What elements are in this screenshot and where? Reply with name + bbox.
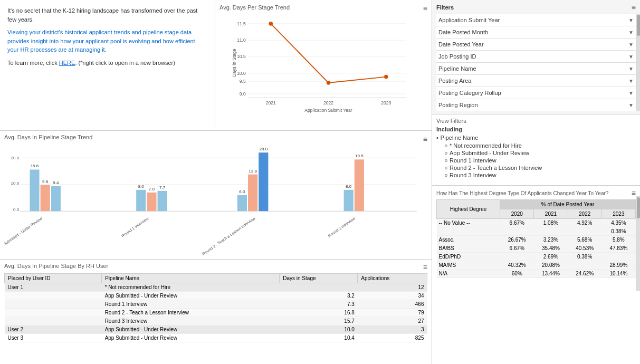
filters-scroll-area[interactable]: Application Submit Year ▼ Date Posted Mo… bbox=[436, 14, 636, 111]
filter-item-date-posted-year[interactable]: Date Posted Year ▼ bbox=[436, 38, 636, 50]
svg-text:10.5: 10.5 bbox=[237, 54, 246, 59]
intro-text-1: It's no secret that the K-12 hiring land… bbox=[7, 6, 207, 24]
degree-row: -- No Value -- 6.67% 1.08% 4.92% 4.35% bbox=[437, 219, 636, 227]
table-row: User 2 App Submitted - Under Review 10.0… bbox=[5, 325, 427, 334]
degree-type-section: How Has The Highest Degree Type Of Appli… bbox=[432, 186, 640, 364]
cell-apps: 825 bbox=[358, 334, 427, 342]
filter-item-date-posted-month[interactable]: Date Posted Month ▼ bbox=[436, 26, 636, 38]
svg-point-15 bbox=[327, 81, 331, 85]
degree-label: -- No Value -- bbox=[437, 219, 500, 227]
degree-label: EdD/PhD bbox=[437, 253, 500, 261]
svg-point-14 bbox=[269, 22, 273, 26]
cell-days: 10.0 bbox=[280, 325, 358, 334]
filters-menu-icon[interactable]: ≡ bbox=[632, 3, 636, 12]
avg-days-trend-chart: Avg. Days Per Stage Trend ≡ 11.5 11.0 10… bbox=[215, 0, 432, 130]
svg-text:App Submitted - Under Review: App Submitted - Under Review bbox=[4, 216, 43, 251]
degree-table-scroll[interactable]: Highest Degree % of Date Posted Year 202… bbox=[436, 199, 636, 278]
degree-scrollbar-thumb[interactable] bbox=[637, 197, 640, 218]
here-link[interactable]: HERE bbox=[59, 60, 75, 66]
degree-scrollbar[interactable] bbox=[636, 196, 640, 291]
svg-text:0.0: 0.0 bbox=[13, 207, 20, 212]
pct-2020: 6.67% bbox=[500, 244, 534, 253]
pct-2020: 6.67% bbox=[500, 219, 534, 227]
filter-arrow-icon: ▼ bbox=[628, 66, 634, 72]
pct-2021: 2.69% bbox=[534, 253, 568, 261]
degree-type-title: How Has The Highest Degree Type Of Appli… bbox=[436, 190, 608, 196]
cell-user: User 1 bbox=[5, 283, 102, 292]
cell-pipeline: * Not recommended for Hire bbox=[102, 283, 280, 292]
intro-text-2: Viewing your district's historical appli… bbox=[7, 28, 207, 54]
col-user-id: Placed by User ID bbox=[5, 274, 102, 283]
cell-apps: 34 bbox=[358, 292, 427, 300]
svg-text:Round 1 Interview: Round 1 Interview bbox=[121, 216, 150, 238]
svg-text:2023: 2023 bbox=[381, 100, 391, 106]
left-panel: It's no secret that the K-12 hiring land… bbox=[0, 0, 432, 364]
cell-days: 7.3 bbox=[280, 300, 358, 309]
pct-2022: 40.53% bbox=[568, 244, 601, 253]
avg-days-trend-menu-icon[interactable]: ≡ bbox=[423, 4, 427, 13]
view-filters-title: View Filters bbox=[436, 118, 636, 124]
cell-pipeline: Round 3 Interview bbox=[102, 317, 280, 325]
avg-days-by-user-section: Avg. Days In Pipeline Stage By RH User ≡… bbox=[0, 260, 432, 364]
bar bbox=[248, 175, 257, 212]
cell-user bbox=[5, 300, 102, 309]
cell-days: 15.7 bbox=[280, 317, 358, 325]
cell-pipeline: App Submitted - Under Review bbox=[102, 334, 280, 342]
degree-table-menu-icon[interactable]: ≡ bbox=[632, 189, 636, 197]
bar bbox=[51, 186, 61, 211]
pct-2023: 4.35% bbox=[601, 219, 635, 227]
year-2021-header: 2021 bbox=[534, 209, 568, 219]
pct-2023 bbox=[601, 253, 635, 261]
year-2020-header: 2020 bbox=[500, 209, 534, 219]
svg-text:9.5: 9.5 bbox=[240, 79, 246, 84]
svg-text:Application Submit Year: Application Submit Year bbox=[304, 108, 352, 113]
scrollbar[interactable] bbox=[636, 14, 640, 111]
svg-text:15.6: 15.6 bbox=[31, 164, 39, 168]
filter-label: Posting Region bbox=[438, 102, 478, 108]
year-2023-header: 2023 bbox=[601, 209, 635, 219]
filter-sub-item: Round 1 Interview bbox=[436, 157, 636, 164]
pct-2020: 60% bbox=[500, 270, 534, 278]
main-layout: It's no secret that the K-12 hiring land… bbox=[0, 0, 640, 364]
pct-2023: 47.83% bbox=[601, 244, 635, 253]
avg-days-by-user-menu-icon[interactable]: ≡ bbox=[423, 263, 427, 271]
table-row: User 3 App Submitted - Under Review 10.4… bbox=[5, 334, 427, 342]
bar bbox=[259, 152, 268, 211]
pct-2021: 3.23% bbox=[534, 236, 568, 244]
cell-days bbox=[280, 283, 358, 292]
avg-days-by-user-title: Avg. Days In Pipeline Stage By RH User bbox=[4, 263, 108, 269]
col-pipeline-name: Pipeline Name bbox=[102, 274, 280, 283]
filter-arrow-icon: ▼ bbox=[628, 90, 634, 96]
filter-label: Application Submit Year bbox=[438, 17, 500, 23]
filter-item-posting-region[interactable]: Posting Region ▼ bbox=[436, 99, 636, 111]
svg-text:9.0: 9.0 bbox=[240, 91, 246, 97]
scrollbar-thumb[interactable] bbox=[637, 15, 640, 36]
view-filters-section: View Filters Including Pipeline Name * N… bbox=[432, 114, 640, 186]
filters-title: Filters bbox=[436, 4, 454, 11]
filter-item-posting-category-rollup[interactable]: Posting Category Rollup ▼ bbox=[436, 87, 636, 99]
svg-text:6.0: 6.0 bbox=[239, 189, 245, 194]
cell-apps: 27 bbox=[358, 317, 427, 325]
cell-user bbox=[5, 317, 102, 325]
filter-item-posting-area[interactable]: Posting Area ▼ bbox=[436, 74, 636, 87]
filter-item-pipeline-name[interactable]: Pipeline Name ▼ bbox=[436, 62, 636, 74]
pipeline-stage-trend-section: Avg. Days In Pipeline Stage Trend ≡ Days… bbox=[0, 131, 432, 260]
svg-text:Round 3 Interview: Round 3 Interview bbox=[327, 216, 356, 238]
filter-item-app-submit-year[interactable]: Application Submit Year ▼ bbox=[436, 14, 636, 26]
cell-pipeline: App Submitted - Under Review bbox=[102, 325, 280, 334]
pct-2023: 5.8% bbox=[601, 236, 635, 244]
pct-2022: 0.38% bbox=[568, 253, 601, 261]
pct-2020: 26.67% bbox=[500, 236, 534, 244]
table-row: App Submitted - Under Review 3.2 34 bbox=[5, 292, 427, 300]
filter-sub-item: Round 2 - Teach a Lesson Interview bbox=[436, 164, 636, 171]
filter-arrow-icon: ▼ bbox=[628, 30, 634, 35]
pct-2022: 4.92% bbox=[568, 219, 601, 227]
filter-item-job-posting-id[interactable]: Job Posting ID ▼ bbox=[436, 50, 636, 62]
svg-text:Days in Stage: Days in Stage bbox=[232, 49, 237, 76]
pipeline-stage-menu-icon[interactable]: ≡ bbox=[423, 135, 427, 143]
svg-text:2022: 2022 bbox=[323, 100, 333, 106]
table-row: Round 1 Interview 7.3 466 bbox=[5, 300, 427, 309]
pct-2020 bbox=[500, 227, 534, 236]
filter-label: Posting Category Rollup bbox=[438, 90, 501, 96]
svg-text:7.7: 7.7 bbox=[159, 185, 166, 190]
